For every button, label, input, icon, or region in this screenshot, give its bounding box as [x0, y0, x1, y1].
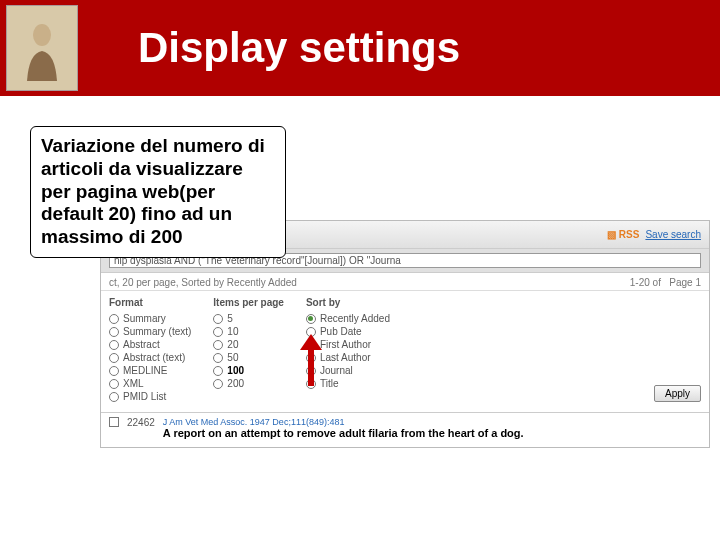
- radio-20[interactable]: 20: [213, 339, 284, 350]
- result-checkbox[interactable]: [109, 417, 119, 427]
- summary-right: 1-20 of Page 1: [630, 277, 701, 288]
- arrow-up-icon: [308, 334, 322, 386]
- slide-title: Display settings: [138, 24, 460, 72]
- radio-50[interactable]: 50: [213, 352, 284, 363]
- radio-abstract[interactable]: Abstract: [109, 339, 191, 350]
- radio-5[interactable]: 5: [213, 313, 284, 324]
- result-number: 22462: [127, 417, 155, 439]
- radio-medline[interactable]: MEDLINE: [109, 365, 191, 376]
- svg-point-0: [33, 24, 51, 46]
- display-summary-bar[interactable]: ct, 20 per page, Sorted by Recently Adde…: [101, 273, 709, 291]
- radio-100[interactable]: 100: [213, 365, 284, 376]
- result-title[interactable]: A report on an attempt to remove adult f…: [163, 427, 701, 439]
- slide-body: Variazione del numero di articoli da vis…: [0, 96, 720, 540]
- radio-10[interactable]: 10: [213, 326, 284, 337]
- slide-header: Display settings: [0, 0, 720, 96]
- radio-summary[interactable]: Summary: [109, 313, 191, 324]
- save-search-link[interactable]: Save search: [645, 229, 701, 240]
- result-citation: J Am Vet Med Assoc. 1947 Dec;111(849):48…: [163, 417, 701, 427]
- radio-pmid-list[interactable]: PMID List: [109, 391, 191, 402]
- radio-summary-text[interactable]: Summary (text): [109, 326, 191, 337]
- radio-xml[interactable]: XML: [109, 378, 191, 389]
- radio-recently-added[interactable]: Recently Added: [306, 313, 390, 324]
- radio-abstract-text[interactable]: Abstract (text): [109, 352, 191, 363]
- radio-200[interactable]: 200: [213, 378, 284, 389]
- result-row: 22462 J Am Vet Med Assoc. 1947 Dec;111(8…: [101, 412, 709, 447]
- display-settings-dropdown: Format Summary Summary (text) Abstract A…: [101, 291, 709, 412]
- portrait-image: [6, 5, 78, 91]
- format-column: Format Summary Summary (text) Abstract A…: [109, 297, 191, 402]
- apply-button[interactable]: Apply: [654, 385, 701, 402]
- callout-box: Variazione del numero di articoli da vis…: [30, 126, 286, 258]
- items-per-page-column: Items per page 5 10 20 50 100 200: [213, 297, 284, 402]
- rss-link[interactable]: ▧ RSS: [607, 229, 639, 240]
- summary-left: ct, 20 per page, Sorted by Recently Adde…: [109, 277, 297, 288]
